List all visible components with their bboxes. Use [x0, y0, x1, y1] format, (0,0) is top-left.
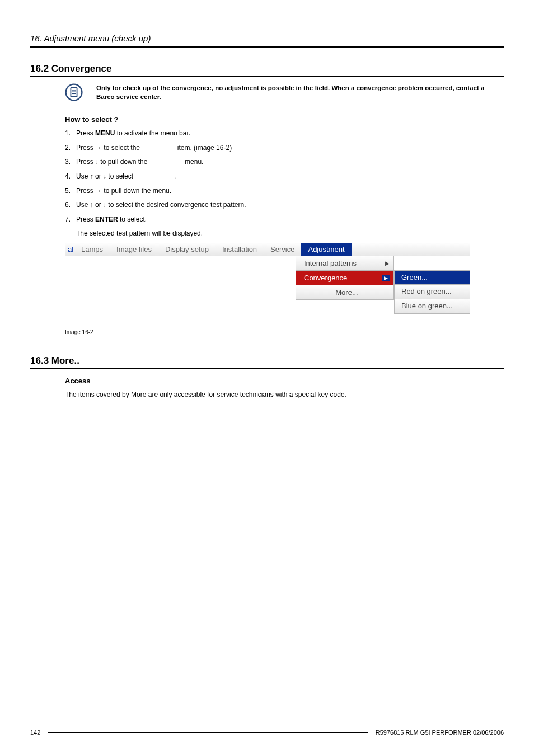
step-text: Press → to select the Adjustment item. (…: [76, 144, 504, 153]
svg-point-0: [66, 84, 82, 101]
dropdown-label: Internal patterns: [304, 259, 357, 267]
step-text: Press ↓ to pull down the Adjustment menu…: [76, 158, 504, 167]
step-num: 5.: [65, 187, 76, 196]
step-result: The selected test pattern will be displa…: [76, 229, 504, 237]
menubar-leading: al: [65, 243, 74, 256]
page-number: 142: [30, 729, 40, 736]
menu-image-files[interactable]: Image files: [110, 243, 158, 256]
step-text: Press ENTER to select.: [76, 215, 504, 224]
image-caption: Image 16-2: [65, 329, 504, 335]
submenu-blue-on-green[interactable]: Blue on green...: [394, 299, 470, 314]
note-text: Only for check up of the convergence, no…: [96, 83, 504, 101]
menu-installation[interactable]: Installation: [216, 243, 264, 256]
step-text: Use ↑ or ↓ to select Convergence.: [76, 172, 504, 181]
steps-list: 1.Press MENU to activate the menu bar. 2…: [65, 129, 504, 224]
header-rule: [30, 46, 504, 48]
submenu-red-on-green[interactable]: Red on green...: [394, 285, 470, 299]
menu-lamps[interactable]: Lamps: [74, 243, 110, 256]
howto-heading: How to select ?: [65, 115, 504, 124]
menubar: al Lamps Image files Display setup Insta…: [65, 243, 470, 256]
step-text: Use ↑ or ↓ to select the desired converg…: [76, 201, 504, 210]
step-num: 4.: [65, 172, 76, 181]
step-num: 6.: [65, 201, 76, 210]
access-paragraph: The items covered by More are only acces…: [65, 391, 504, 398]
svg-rect-1: [71, 88, 77, 97]
section-163-rule: [30, 368, 504, 369]
chevron-right-icon: ▶: [385, 260, 390, 266]
dropdown-convergence[interactable]: Convergence ▶: [296, 271, 394, 285]
doc-reference: R5976815 RLM G5I PERFORMER 02/06/2006: [376, 729, 504, 736]
note-icon: [65, 83, 83, 101]
menu-display-setup[interactable]: Display setup: [158, 243, 216, 256]
running-header: 16. Adjustment menu (check up): [30, 34, 504, 43]
submenu-green[interactable]: Green...: [394, 270, 470, 285]
section-162-title: 16.2 Convergence: [30, 63, 504, 74]
convergence-submenu: Green... Red on green... Blue on green..…: [394, 270, 470, 314]
footer-rule: [48, 732, 367, 733]
dropdown-label: Convergence: [304, 274, 347, 282]
adjustment-dropdown: Internal patterns ▶ Convergence ▶ More..…: [296, 256, 394, 300]
menu-screenshot: al Lamps Image files Display setup Insta…: [65, 243, 504, 335]
step-num: 2.: [65, 144, 76, 153]
step-text: Press → to pull down the menu.: [76, 187, 504, 196]
step-num: 1.: [65, 129, 76, 138]
menu-adjustment[interactable]: Adjustment: [301, 243, 351, 256]
section-163-title: 16.3 More..: [30, 355, 504, 367]
step-num: 7.: [65, 215, 76, 224]
menu-service[interactable]: Service: [264, 243, 301, 256]
chevron-right-icon: ▶: [382, 275, 390, 281]
access-heading: Access: [65, 377, 504, 385]
page-footer: 142 R5976815 RLM G5I PERFORMER 02/06/200…: [30, 729, 504, 736]
note-bottom-rule: [30, 107, 504, 107]
dropdown-more[interactable]: More...: [296, 285, 394, 300]
step-text: Press MENU to activate the menu bar.: [76, 129, 504, 138]
step-num: 3.: [65, 158, 76, 167]
dropdown-internal-patterns[interactable]: Internal patterns ▶: [296, 256, 394, 271]
dropdown-label: More...: [335, 288, 358, 297]
